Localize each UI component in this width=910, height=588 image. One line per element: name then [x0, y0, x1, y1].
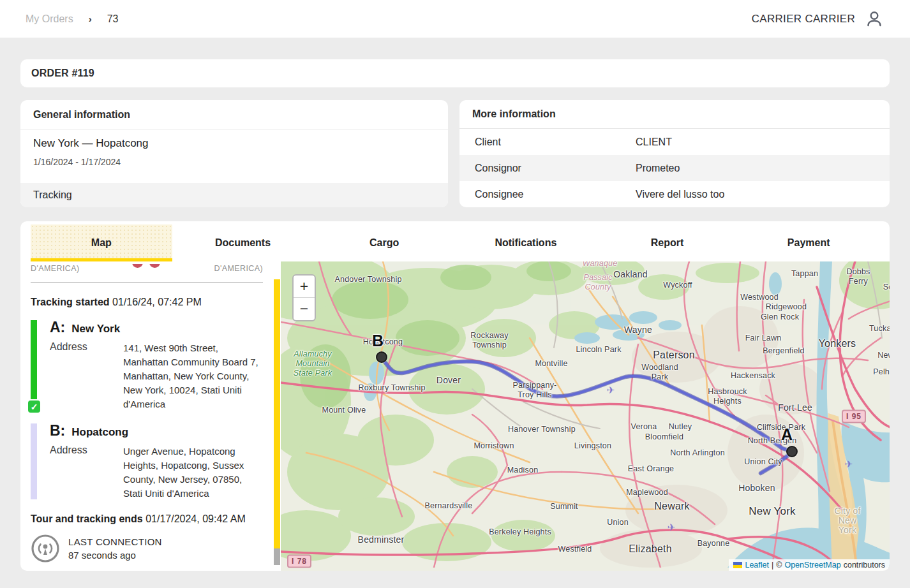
user-menu[interactable]: CARRIER CARRIER [752, 9, 884, 29]
info-value: CLIENT [636, 136, 672, 148]
stop-header: B:Hopatcong [50, 422, 263, 439]
tracking-link-row[interactable]: Tracking [20, 183, 448, 207]
info-label: Consignor [475, 163, 636, 174]
map-label: Westfield [558, 545, 592, 554]
top-bar: My Orders › 73 CARRIER CARRIER [0, 0, 910, 38]
map-label: Woodland Park [641, 363, 678, 382]
zoom-in-button[interactable]: + [294, 276, 315, 298]
map-label: Morristown [474, 441, 514, 451]
map-label: Nutley [669, 422, 692, 432]
user-avatar-icon[interactable] [864, 9, 884, 29]
map-label: Bergenfield [763, 346, 804, 356]
openstreetmap-link[interactable]: OpenStreetMap [784, 561, 840, 570]
map-label: Roxbury Township [358, 383, 425, 393]
tracking-started-line: Tracking started 01/16/24, 07:42 PM [31, 297, 263, 308]
order-header-card: ORDER #119 [20, 59, 890, 87]
map-label: Wayne [624, 325, 652, 335]
attribution-suffix: contributors [844, 561, 885, 570]
tab-cargo[interactable]: Cargo [313, 224, 455, 261]
map-label: Westwood [740, 293, 779, 302]
tab-map[interactable]: Map [31, 224, 172, 261]
stop-name: New York [71, 323, 120, 335]
map-label: Union City [744, 457, 782, 467]
map-label: Ridgewood [766, 302, 807, 312]
breadcrumb-my-orders[interactable]: My Orders [26, 13, 73, 25]
tab-payment[interactable]: Payment [738, 224, 879, 261]
airport-icon: ✈ [845, 459, 853, 470]
tab-notifications[interactable]: Notifications [455, 224, 597, 261]
map-label: Bernardsville [425, 501, 473, 511]
map-label: Union [607, 518, 629, 527]
map-label: Hasbrouck Heights [708, 387, 747, 406]
map-label: Passaic County [583, 273, 612, 292]
tabs: MapDocumentsCargoNotificationsReportPaym… [31, 224, 879, 261]
map-label: Newark [654, 501, 689, 511]
order-title: ORDER #119 [31, 68, 94, 79]
airport-icon: ✈ [607, 385, 615, 396]
map-label: East Orange [628, 464, 674, 474]
breadcrumb-separator-icon: › [89, 13, 92, 24]
divider [31, 283, 263, 283]
route-marker-b[interactable] [376, 351, 387, 363]
stop-hopatcong: B:HopatcongAddressUnger Avenue, Hopatcon… [31, 422, 263, 501]
map-label: Verona [631, 422, 657, 432]
map-label: New [877, 351, 890, 360]
map-label: Montville [535, 359, 567, 369]
address-value: 141, West 90th Street, Manhattan Communi… [123, 341, 263, 411]
map-label: Maplewood [626, 488, 668, 497]
attribution-separator: | [772, 561, 773, 570]
map-label: Oakland [613, 270, 648, 279]
tab-documents[interactable]: Documents [172, 224, 314, 261]
last-connection-label: LAST CONNECTION [68, 536, 162, 547]
map-label: Summit [550, 502, 578, 511]
map-label: City of New York [826, 506, 869, 535]
map-label: Bedminster [358, 535, 405, 545]
route-marker-letter-a: A [781, 425, 793, 444]
map-label: Fort Lee [778, 403, 812, 413]
map-label: Livingston [574, 441, 611, 451]
broadcast-icon [31, 534, 60, 563]
stop-progress-bar [31, 423, 37, 499]
zoom-out-button[interactable]: − [294, 298, 315, 320]
info-value: Prometeo [636, 163, 680, 174]
address-value: Unger Avenue, Hopatcong Heights, Hopatco… [123, 445, 263, 501]
map-label: Mount Olive [322, 406, 366, 415]
last-connection: LAST CONNECTION 87 seconds ago [31, 534, 263, 563]
more-information-title: More information [459, 100, 890, 128]
stop-new-york: A:New YorkAddress141, West 90th Street, … [31, 319, 263, 411]
map-label: Allamuchy Mountain State Park [294, 349, 332, 378]
address-label: Address [50, 341, 123, 411]
clipped-scrolled-row: D'AMERICA) D'AMERICA) [31, 264, 263, 274]
tracking-ends-label: Tour and tracking ends [31, 513, 143, 524]
map-label: Berkeley Heights [489, 527, 551, 537]
tracking-ends-value: 01/17/2024, 09:42 AM [145, 513, 246, 524]
info-row-consignor: ConsignorPrometeo [459, 155, 890, 181]
route-marker-letter-b: B [372, 332, 384, 350]
general-information-title: General information [20, 100, 448, 129]
map[interactable]: Andover TownshipHopatcongAllamuchy Mount… [281, 261, 890, 571]
map-label: Hanover Township [508, 425, 576, 434]
map-label: New York [749, 506, 795, 516]
tracking-started-label: Tracking started [31, 297, 110, 307]
order-route: New York — Hopatcong [33, 137, 435, 150]
map-label: Dobbs Ferry [843, 267, 874, 286]
map-zoom-control: + − [292, 274, 316, 321]
airport-icon: ✈ [668, 522, 676, 533]
stop-letter: B: [50, 422, 65, 439]
completed-check-icon: ✓ [27, 399, 41, 414]
breadcrumb: My Orders › 73 [26, 13, 118, 25]
map-label: Scar [883, 283, 890, 292]
info-row-client: ClientCLIENT [459, 129, 890, 155]
clipped-text-left: D'AMERICA) [31, 264, 80, 274]
map-label: Wyckoff [663, 281, 692, 290]
scrollbar-thumb[interactable] [274, 279, 280, 548]
map-label: Wanaque [583, 261, 618, 268]
route-marker-a[interactable] [786, 446, 798, 457]
tab-report[interactable]: Report [597, 224, 738, 261]
stops-list: A:New YorkAddress141, West 90th Street, … [31, 319, 263, 501]
leaflet-link[interactable]: Leaflet [745, 561, 769, 570]
map-label: Paterson [653, 350, 695, 360]
attribution-copyright: © [776, 561, 782, 570]
ukraine-flag-icon [733, 562, 742, 568]
map-label: Bloomfield [645, 432, 683, 442]
